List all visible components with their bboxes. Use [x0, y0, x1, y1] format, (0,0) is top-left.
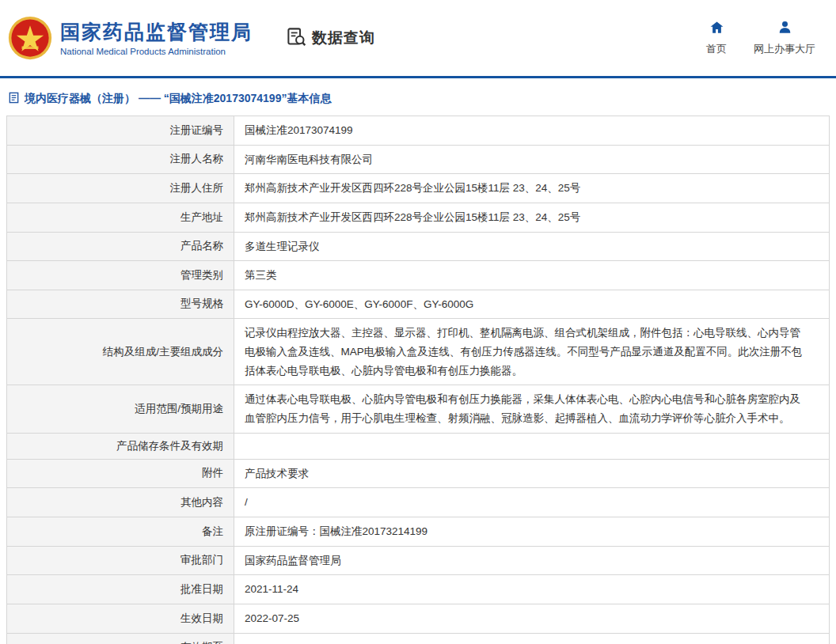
row-label: 批准日期 — [7, 575, 234, 604]
org-name-cn: 国家药品监督管理局 — [60, 20, 253, 44]
row-label: 注册人住所 — [7, 174, 234, 203]
row-value: 通过体表心电导联电极、心脏内导管电极和有创压力换能器，采集人体体表心电、心腔内心… — [234, 385, 829, 432]
table-row: 审批部门国家药品监督管理局 — [7, 547, 829, 576]
table-row: 附件产品技术要求 — [7, 460, 829, 489]
page: 国家药品监督管理局 National Medical Products Admi… — [0, 0, 836, 644]
row-label: 备注 — [7, 517, 234, 546]
table-row: 注册人住所郑州高新技术产业开发区西四环228号企业公园15楼11层 23、24、… — [7, 174, 829, 203]
row-label: 型号规格 — [7, 290, 234, 319]
row-label: 注册证编号 — [7, 116, 234, 145]
row-label: 有效期至 — [7, 634, 234, 644]
row-label: 产品名称 — [7, 233, 234, 261]
row-label: 生效日期 — [7, 604, 234, 633]
row-value: 2021-11-24 — [234, 575, 829, 604]
breadcrumb: 境内医疗器械（注册） —— “国械注准20173074199”基本信息 — [6, 78, 830, 116]
nav-service-hall[interactable]: 网上办事大厅 — [754, 20, 815, 56]
table-row: 结构及组成/主要组成成分记录仪由程控放大器、主控器、显示器、打印机、整机隔离电源… — [7, 319, 829, 385]
nmpa-emblem-logo — [8, 16, 52, 60]
table-row: 型号规格GY-6000D、GY-6000E、GY-6000F、GY-6000G — [7, 290, 829, 320]
row-value: 国械注准20173074199 — [234, 116, 829, 145]
user-icon — [777, 20, 792, 38]
nav-home-label: 首页 — [706, 42, 727, 56]
table-row: 产品储存条件及有效期 — [7, 434, 829, 460]
row-label: 结构及组成/主要组成成分 — [7, 319, 234, 385]
table-row: 注册证编号国械注准20173074199 — [7, 116, 829, 146]
table-row: 有效期至2027-07-24 — [7, 634, 829, 644]
home-icon — [709, 20, 724, 38]
row-value: 2027-07-24 — [234, 634, 829, 644]
row-value: 郑州高新技术产业开发区西四环228号企业公园15楼11层 23、24、25号 — [234, 203, 829, 232]
table-row: 产品名称多道生理记录仪 — [7, 233, 829, 262]
data-query-section: 数据查询 — [286, 26, 375, 51]
header: 国家药品监督管理局 National Medical Products Admi… — [0, 0, 836, 76]
table-row: 批准日期2021-11-24 — [7, 575, 829, 604]
row-value: GY-6000D、GY-6000E、GY-6000F、GY-6000G — [234, 290, 829, 319]
row-label: 注册人名称 — [7, 146, 234, 174]
data-query-label: 数据查询 — [312, 28, 375, 48]
row-value: 产品技术要求 — [234, 460, 829, 488]
row-value: 河南华南医电科技有限公司 — [234, 146, 829, 174]
nav-home[interactable]: 首页 — [706, 20, 727, 56]
row-label: 适用范围/预期用途 — [7, 385, 234, 432]
row-value: 多道生理记录仪 — [234, 233, 829, 261]
row-label: 生产地址 — [7, 203, 234, 232]
table-row: 生产地址郑州高新技术产业开发区西四环228号企业公园15楼11层 23、24、2… — [7, 203, 829, 233]
nav-service-hall-label: 网上办事大厅 — [754, 42, 815, 56]
main-content: 境内医疗器械（注册） —— “国械注准20173074199”基本信息 注册证编… — [0, 78, 836, 644]
row-value: 2022-07-25 — [234, 604, 829, 633]
org-name-en: National Medical Products Administration — [60, 47, 253, 56]
row-label: 产品储存条件及有效期 — [7, 434, 234, 459]
breadcrumb-text: 境内医疗器械（注册） —— “国械注准20173074199”基本信息 — [25, 92, 331, 106]
table-row: 备注原注册证编号：国械注准20173214199 — [7, 517, 829, 547]
row-label: 审批部门 — [7, 547, 234, 575]
brand[interactable]: 国家药品监督管理局 National Medical Products Admi… — [8, 16, 253, 60]
document-icon — [8, 92, 20, 106]
row-value — [234, 434, 829, 459]
row-value: 国家药品监督管理局 — [234, 547, 829, 575]
table-row: 适用范围/预期用途通过体表心电导联电极、心脏内导管电极和有创压力换能器，采集人体… — [7, 385, 829, 433]
row-value: 第三类 — [234, 261, 829, 290]
row-label: 其他内容 — [7, 488, 234, 517]
table-row: 生效日期2022-07-25 — [7, 604, 829, 634]
top-nav: 首页 网上办事大厅 — [706, 20, 815, 56]
row-value: / — [234, 488, 829, 517]
table-row: 管理类别第三类 — [7, 261, 829, 290]
table-row: 注册人名称河南华南医电科技有限公司 — [7, 146, 829, 175]
row-label: 附件 — [7, 460, 234, 488]
table-row: 其他内容/ — [7, 488, 829, 517]
row-value: 记录仪由程控放大器、主控器、显示器、打印机、整机隔离电源、组合式机架组成，附件包… — [234, 319, 829, 385]
row-value: 原注册证编号：国械注准20173214199 — [234, 517, 829, 546]
row-value: 郑州高新技术产业开发区西四环228号企业公园15楼11层 23、24、25号 — [234, 174, 829, 203]
row-label: 管理类别 — [7, 261, 234, 290]
brand-text: 国家药品监督管理局 National Medical Products Admi… — [60, 20, 253, 55]
info-table: 注册证编号国械注准20173074199注册人名称河南华南医电科技有限公司注册人… — [6, 116, 830, 644]
data-query-icon — [286, 26, 307, 51]
